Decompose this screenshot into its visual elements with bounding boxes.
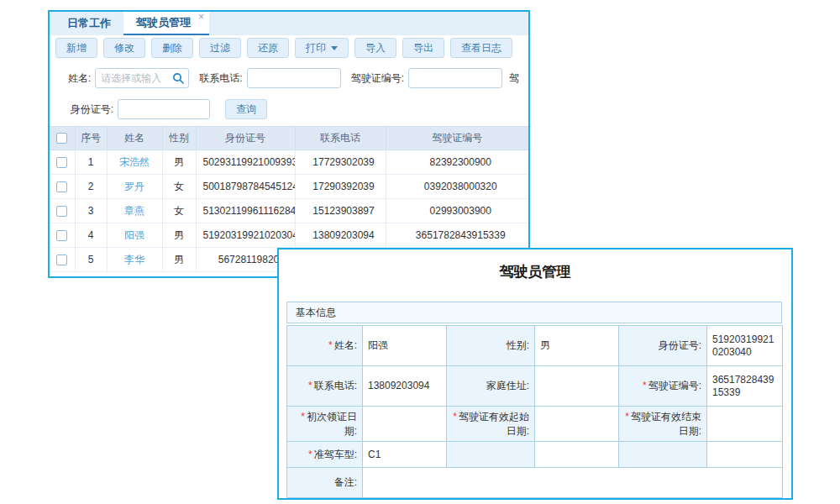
field-label-license-no: *驾驶证编号: xyxy=(619,366,707,407)
row-checkbox[interactable] xyxy=(56,181,67,192)
row-checkbox[interactable] xyxy=(56,157,67,168)
cell-gender: 女 xyxy=(162,199,196,223)
driver-detail-dialog: 驾驶员管理 基本信息 *姓名: 阳强 性别: 男 身份证号: 519203199… xyxy=(277,248,793,500)
header-gender: 性别 xyxy=(162,127,196,150)
field-value-id: 519203199210203040 xyxy=(707,326,783,366)
field-label-id: 身份证号: xyxy=(619,326,707,366)
phone-label: 联系电话: xyxy=(199,71,242,86)
empty-label-cell xyxy=(619,442,707,468)
empty-value-cell xyxy=(707,442,783,468)
field-value-vehicle-type: C1 xyxy=(363,442,447,468)
driver-name-link[interactable]: 罗丹 xyxy=(124,181,144,192)
driver-name-link[interactable]: 阳强 xyxy=(124,229,144,241)
field-value-valid-end-date xyxy=(707,407,783,442)
view-log-button[interactable]: 查看日志 xyxy=(450,38,512,58)
close-tab-icon[interactable]: × xyxy=(198,12,204,22)
cell-phone: 13809203094 xyxy=(295,223,386,248)
field-value-first-issue-date xyxy=(363,407,447,442)
field-label-valid-start-date: *驾驶证有效起始日期: xyxy=(447,407,535,442)
cell-seq: 1 xyxy=(75,150,107,175)
driver-management-window: 日常工作 驾驶员管理 × 新增 修改 删除 过滤 还原 打印 导入 导出 查看日… xyxy=(48,10,530,278)
field-label-phone: *联系电话: xyxy=(287,366,363,407)
field-value-name: 阳强 xyxy=(363,326,447,366)
required-marker: * xyxy=(453,411,457,423)
header-checkbox-cell xyxy=(50,127,75,150)
search-icon[interactable] xyxy=(172,72,184,84)
clipped-field-label: 驾 xyxy=(509,71,519,86)
cell-id: 513021199611162847 xyxy=(196,199,295,223)
cell-license: 02993003900 xyxy=(386,199,528,223)
header-id: 身份证号 xyxy=(196,127,295,150)
driver-name-link[interactable]: 宋浩然 xyxy=(119,156,150,168)
delete-button[interactable]: 删除 xyxy=(151,38,193,58)
field-label-first-issue-date: *初次领证日期: xyxy=(287,407,363,442)
filter-button[interactable]: 过滤 xyxy=(199,38,241,58)
select-all-checkbox[interactable] xyxy=(56,133,67,144)
print-button[interactable]: 打印 xyxy=(295,38,349,58)
form-row: 备注: xyxy=(287,468,783,498)
cell-gender: 男 xyxy=(162,223,196,248)
form-row: *初次领证日期: *驾驶证有效起始日期: *驾驶证有效结束日期: xyxy=(287,407,783,442)
required-marker: * xyxy=(301,411,305,423)
cell-phone: 17729302039 xyxy=(295,150,386,175)
license-no-label: 驾驶证编号: xyxy=(351,71,404,86)
cell-seq: 3 xyxy=(75,199,107,223)
table-row: 4 阳强 男 519203199210203040 13809203094 36… xyxy=(50,223,528,248)
empty-value-cell xyxy=(535,442,619,468)
license-no-input[interactable] xyxy=(408,68,502,88)
header-seq: 序号 xyxy=(75,127,107,150)
phone-input[interactable] xyxy=(247,68,341,88)
tab-driver-management-label: 驾驶员管理 xyxy=(136,15,191,30)
cell-seq: 4 xyxy=(75,223,107,248)
form-row: *姓名: 阳强 性别: 男 身份证号: 519203199210203040 xyxy=(287,326,783,366)
empty-label-cell xyxy=(447,442,535,468)
field-label-vehicle-type: *准驾车型: xyxy=(287,442,363,468)
query-button[interactable]: 查询 xyxy=(225,99,267,119)
table-row: 3 章燕 女 513021199611162847 15123903897 02… xyxy=(50,199,528,223)
driver-detail-form: *姓名: 阳强 性别: 男 身份证号: 519203199210203040 *… xyxy=(286,325,783,498)
cell-id: 519203199210203040 xyxy=(196,223,295,248)
export-button[interactable]: 导出 xyxy=(402,38,444,58)
table-row: 1 宋浩然 男 502931199210093930 17729302039 8… xyxy=(50,150,528,175)
search-row-1: 姓名: 联系电话: 驾驶证编号: 驾 xyxy=(50,67,528,89)
form-row: *联系电话: 13809203094 家庭住址: *驾驶证编号: 3651782… xyxy=(287,366,783,407)
required-marker: * xyxy=(308,380,312,391)
driver-name-link[interactable]: 章燕 xyxy=(124,205,144,217)
cell-gender: 女 xyxy=(162,175,196,199)
id-no-label: 身份证号: xyxy=(61,102,113,117)
add-button[interactable]: 新增 xyxy=(55,38,97,58)
required-marker: * xyxy=(643,380,647,391)
cell-gender: 男 xyxy=(162,248,196,272)
field-value-gender: 男 xyxy=(535,326,619,366)
restore-button[interactable]: 还原 xyxy=(247,38,289,58)
cell-id: 502931199210093930 xyxy=(196,150,295,175)
section-basic-info: 基本信息 xyxy=(286,302,782,323)
import-button[interactable]: 导入 xyxy=(354,38,396,58)
cell-phone: 17290392039 xyxy=(295,175,386,199)
name-input-wrap xyxy=(95,68,189,88)
tab-driver-management[interactable]: 驾驶员管理 × xyxy=(123,12,209,35)
toolbar: 新增 修改 删除 过滤 还原 打印 导入 导出 查看日志 xyxy=(50,35,528,60)
field-label-valid-end-date: *驾驶证有效结束日期: xyxy=(619,407,707,442)
name-label: 姓名: xyxy=(68,71,91,86)
table-header-row: 序号 姓名 性别 身份证号 联系电话 驾驶证编号 xyxy=(50,127,528,150)
field-value-remark xyxy=(363,468,783,498)
cell-id: 500187987845451245 xyxy=(196,175,295,199)
search-row-2: 身份证号: 查询 xyxy=(50,99,528,119)
cell-license: 3651782843915339 xyxy=(386,223,528,248)
cell-gender: 男 xyxy=(162,150,196,175)
row-checkbox[interactable] xyxy=(56,255,67,265)
row-checkbox[interactable] xyxy=(56,230,67,241)
row-checkbox[interactable] xyxy=(56,206,67,217)
header-phone: 联系电话 xyxy=(295,127,386,150)
modify-button[interactable]: 修改 xyxy=(103,38,145,58)
table-row: 2 罗丹 女 500187987845451245 17290392039 03… xyxy=(50,175,528,199)
cell-phone: 15123903897 xyxy=(295,199,386,223)
id-no-input[interactable] xyxy=(118,99,210,119)
field-label-name: *姓名: xyxy=(287,326,363,366)
field-value-phone: 13809203094 xyxy=(363,366,447,407)
driver-name-link[interactable]: 李华 xyxy=(124,254,144,265)
tab-daily-work[interactable]: 日常工作 xyxy=(55,12,123,35)
tab-daily-work-label: 日常工作 xyxy=(67,16,111,31)
field-value-license-no: 3651782843915339 xyxy=(707,366,783,407)
